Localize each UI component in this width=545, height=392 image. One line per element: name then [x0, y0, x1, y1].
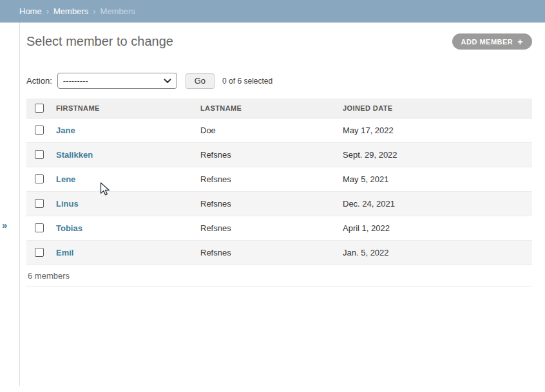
main-content: Select member to change ADD MEMBER + Act… [19, 23, 545, 386]
joined-date-cell: April 1, 2022 [343, 216, 532, 240]
table-row: Linus Refsnes Dec. 24, 2021 [26, 191, 532, 216]
row-checkbox[interactable] [35, 199, 44, 208]
go-button[interactable]: Go [186, 73, 215, 89]
member-link[interactable]: Lene [56, 174, 75, 184]
lastname-cell: Refsnes [200, 191, 343, 216]
joined-date-cell: May 17, 2022 [343, 118, 532, 142]
lastname-cell: Refsnes [200, 240, 343, 265]
row-checkbox[interactable] [35, 174, 44, 183]
column-header-firstname[interactable]: FIRSTNAME [56, 98, 200, 118]
column-header-lastname[interactable]: LASTNAME [200, 98, 343, 118]
column-header-joined-date[interactable]: JOINED DATE [343, 98, 532, 118]
sidebar-expand-toggle[interactable]: » [2, 219, 7, 230]
joined-date-cell: May 5, 2021 [343, 167, 532, 191]
member-table-body: Jane Doe May 17, 2022 Stalikken Refsnes … [26, 118, 532, 265]
member-table: FIRSTNAME LASTNAME JOINED DATE Jane Doe … [26, 98, 532, 265]
actions-toolbar: Action: --------- Go 0 of 6 selected [26, 73, 532, 89]
row-checkbox[interactable] [35, 248, 44, 257]
row-checkbox[interactable] [35, 223, 44, 232]
row-checkbox[interactable] [35, 150, 44, 159]
breadcrumb: Home › Members › Members [0, 0, 545, 23]
member-count: 6 members [26, 265, 532, 286]
action-select[interactable]: --------- [57, 73, 177, 89]
row-checkbox[interactable] [35, 126, 44, 135]
lastname-cell: Refsnes [200, 142, 343, 167]
lastname-cell: Refsnes [200, 216, 343, 240]
breadcrumb-link-members[interactable]: Members [53, 6, 88, 16]
lastname-cell: Refsnes [200, 167, 343, 191]
action-select-wrap: --------- [57, 73, 177, 89]
add-member-label: ADD MEMBER [461, 38, 513, 46]
table-row: Emil Refsnes Jan. 5, 2022 [26, 240, 532, 265]
plus-icon: + [517, 37, 523, 46]
lastname-cell: Doe [200, 118, 343, 142]
joined-date-cell: Sept. 29, 2022 [343, 142, 532, 167]
add-member-button[interactable]: ADD MEMBER + [452, 33, 532, 50]
selection-counter: 0 of 6 selected [222, 77, 272, 86]
select-all-checkbox[interactable] [35, 104, 44, 113]
breadcrumb-separator: › [93, 6, 95, 16]
breadcrumb-separator: › [46, 6, 49, 16]
joined-date-cell: Dec. 24, 2021 [343, 191, 532, 216]
breadcrumb-link-home[interactable]: Home [19, 6, 42, 16]
table-row: Lene Refsnes May 5, 2021 [26, 167, 532, 191]
member-link[interactable]: Tobias [56, 223, 82, 233]
table-row: Stalikken Refsnes Sept. 29, 2022 [26, 142, 532, 167]
table-row: Jane Doe May 17, 2022 [26, 118, 532, 142]
member-link[interactable]: Emil [56, 248, 73, 257]
table-row: Tobias Refsnes April 1, 2022 [26, 216, 532, 240]
collapsed-sidebar-rail: » [0, 23, 19, 386]
table-header-row: FIRSTNAME LASTNAME JOINED DATE [26, 98, 532, 118]
member-link[interactable]: Stalikken [56, 150, 93, 160]
action-label: Action: [26, 76, 52, 86]
member-link[interactable]: Jane [56, 126, 75, 135]
member-link[interactable]: Linus [56, 199, 79, 209]
breadcrumb-current: Members [100, 6, 135, 16]
page-title: Select member to change [26, 34, 173, 49]
joined-date-cell: Jan. 5, 2022 [343, 240, 532, 265]
